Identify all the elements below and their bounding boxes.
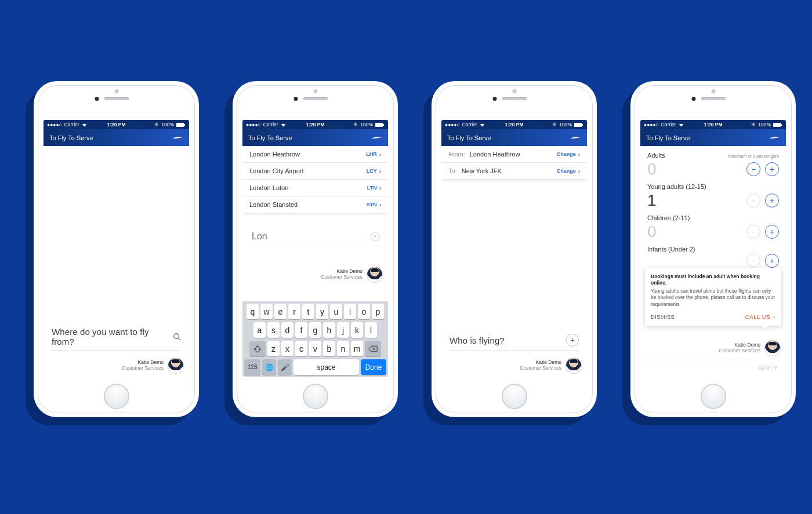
passengers-prompt-field[interactable]: Who is flying? + [449, 334, 579, 351]
validation-alert: Bookings must include an adult when book… [645, 268, 781, 326]
apply-button[interactable]: APPLY [758, 365, 778, 371]
signal-dots: ●●●●○ [47, 122, 62, 127]
key-j[interactable]: j [337, 322, 349, 338]
status-bar: ●●●●○Carrier 1:20 PM ✱100% [441, 120, 587, 129]
add-passengers-icon[interactable]: + [566, 334, 579, 347]
pax-label: Infants (Under 2) [647, 246, 695, 253]
key-f[interactable]: f [295, 322, 307, 338]
svg-rect-8 [773, 123, 781, 127]
key-o[interactable]: o [358, 304, 370, 319]
space-key[interactable]: space [293, 359, 359, 375]
phone-frame-2: ●●●●○Carrier 1:20 PM ✱100% To Fly To Ser… [233, 81, 398, 417]
alert-body: Young adults can travel alone but these … [651, 288, 775, 308]
clear-input-icon[interactable]: ✕ [371, 232, 380, 241]
airport-suggestion-row[interactable]: London StanstedSTN› [242, 196, 388, 213]
agent-chip[interactable]: Katie DemoCustomer Services [520, 358, 581, 373]
increment-button[interactable]: + [765, 225, 779, 239]
chevron-right-icon: › [773, 313, 775, 321]
chevron-right-icon: › [379, 151, 381, 158]
pax-count: 0 [647, 160, 657, 178]
home-button[interactable] [303, 384, 328, 409]
screen-content: London HeathrowLHR›London City AirportLC… [242, 146, 388, 377]
shift-key[interactable] [249, 341, 266, 356]
key-l[interactable]: l [365, 322, 377, 338]
key-d[interactable]: d [281, 322, 293, 338]
airport-search-input[interactable] [251, 231, 363, 242]
svg-line-3 [179, 338, 181, 341]
airport-code: LTN [367, 185, 377, 191]
key-v[interactable]: v [309, 341, 321, 356]
from-row[interactable]: From:London Heathrow Change› [441, 146, 587, 163]
status-bar: ●●●●○Carrier 1:20 PM ✱100% [242, 120, 388, 129]
globe-key[interactable]: 🌐 [262, 359, 276, 375]
svg-rect-9 [781, 124, 782, 126]
agent-chip[interactable]: Katie DemoCustomer Services [321, 267, 382, 282]
status-bar: ●●●●○Carrier 1:20 PM ✱100% [44, 120, 189, 129]
mic-key[interactable]: 🎤 [278, 359, 292, 375]
svg-rect-6 [574, 123, 582, 127]
bluetooth-icon: ✱ [154, 122, 159, 127]
phone-frame-3: ●●●●○Carrier 1:20 PM ✱100% To Fly To Ser… [432, 81, 597, 417]
key-s[interactable]: s [267, 322, 280, 338]
airport-code: LHR [366, 151, 377, 157]
ba-logo-icon [371, 136, 382, 140]
airport-suggestion-row[interactable]: London LutonLTN› [242, 180, 388, 196]
key-p[interactable]: p [372, 304, 384, 319]
key-w[interactable]: w [260, 304, 273, 319]
numeric-key[interactable]: 123 [244, 359, 260, 375]
airport-code: STN [367, 202, 377, 207]
key-k[interactable]: k [351, 322, 363, 338]
home-button[interactable] [502, 384, 527, 409]
key-y[interactable]: y [316, 304, 328, 319]
battery-icon [176, 123, 186, 127]
key-i[interactable]: i [344, 304, 356, 319]
key-r[interactable]: r [288, 304, 300, 319]
decrement-button[interactable]: − [746, 162, 760, 176]
agent-role: Customer Services [122, 366, 164, 371]
call-us-button[interactable]: CALL US› [745, 313, 775, 321]
alert-title: Bookings must include an adult when book… [651, 274, 775, 287]
airport-name: London Heathrow [249, 151, 300, 158]
phone-frame-1: ●●●●○Carrier 1:20 PM ✱100% To Fly To Ser… [34, 81, 199, 417]
svg-rect-1 [184, 124, 185, 126]
increment-button[interactable]: + [765, 254, 779, 268]
airport-search-field[interactable]: ✕ [251, 231, 380, 246]
key-q[interactable]: q [246, 304, 259, 319]
key-z[interactable]: z [267, 341, 280, 356]
backspace-key[interactable] [365, 341, 381, 356]
key-e[interactable]: e [274, 304, 287, 319]
key-c[interactable]: c [295, 341, 307, 356]
key-u[interactable]: u [330, 304, 342, 319]
key-x[interactable]: x [281, 341, 293, 356]
wifi-icon [480, 123, 485, 127]
home-button[interactable] [104, 384, 129, 409]
increment-button[interactable]: + [765, 194, 779, 207]
origin-prompt-field[interactable]: Where do you want to fly from? [52, 327, 181, 351]
svg-rect-7 [582, 124, 583, 126]
nav-bar: To Fly To Serve [44, 129, 189, 146]
key-t[interactable]: t [302, 304, 314, 319]
home-button[interactable] [701, 384, 726, 409]
to-row[interactable]: To:New York JFK Change› [441, 163, 587, 180]
agent-chip[interactable]: Katie DemoCustomer Services [122, 358, 183, 373]
airport-suggestion-row[interactable]: London City AirportLCY› [242, 163, 388, 180]
key-a[interactable]: a [253, 322, 266, 338]
battery-percent: 100% [161, 122, 174, 127]
to-value: New York JFK [462, 167, 502, 174]
done-key[interactable]: Done [361, 359, 386, 375]
key-n[interactable]: n [337, 341, 349, 356]
ba-logo-icon [768, 136, 780, 140]
increment-button[interactable]: + [765, 162, 779, 176]
key-h[interactable]: h [323, 322, 335, 338]
key-m[interactable]: m [351, 341, 363, 356]
change-to-button[interactable]: Change [557, 168, 576, 174]
passenger-selector: AdultsMaximum of 9 passengers0−+Young ad… [640, 146, 786, 272]
key-g[interactable]: g [309, 322, 321, 338]
nav-title: To Fly To Serve [49, 134, 93, 141]
agent-chip[interactable]: Katie DemoCustomer Services [719, 341, 780, 356]
key-b[interactable]: b [323, 341, 335, 356]
change-from-button[interactable]: Change [557, 151, 576, 157]
airport-name: London Stansted [249, 201, 298, 208]
dismiss-button[interactable]: DISMISS [651, 313, 675, 321]
airport-suggestion-row[interactable]: London HeathrowLHR› [242, 146, 388, 163]
